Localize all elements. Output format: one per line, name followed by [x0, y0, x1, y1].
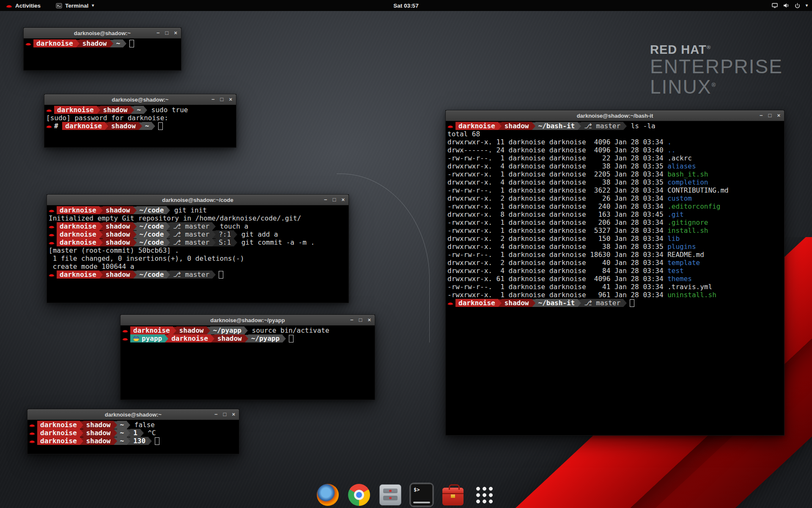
powerline-separator-icon [127, 437, 130, 445]
maximize-button[interactable]: □ [359, 315, 362, 325]
powerline-separator-icon [139, 122, 142, 130]
directory-name: custom [667, 194, 692, 202]
powerline-separator-icon [207, 327, 210, 334]
top-bar: Activities Terminal ▾ Sat 03:57 ▾ [0, 0, 812, 11]
powerline-separator-icon [99, 271, 103, 279]
minimize-button[interactable]: − [214, 409, 218, 420]
terminal-cursor [289, 335, 294, 342]
terminal-content[interactable]: darknoiseshadow~ sudo true[sudo] passwor… [44, 105, 236, 131]
window-titlebar[interactable]: darknoise@shadow:~/code − □ × [47, 195, 348, 205]
close-button[interactable]: × [174, 28, 177, 38]
terminal-line: drwxrwxr-x. 61 darknoise darknoise 4096 … [447, 275, 782, 283]
output-text: total 68 [447, 130, 480, 138]
minimize-button[interactable]: − [211, 94, 215, 105]
minimize-button[interactable]: − [324, 195, 327, 205]
minimize-button[interactable]: − [760, 110, 763, 121]
powerline-separator-icon [578, 299, 581, 307]
window-titlebar[interactable]: darknoise@shadow:~ − □ × [44, 94, 236, 105]
output-text: -rw-rw-r--. 1 darknoise darknoise 22 Jan… [447, 154, 692, 162]
git-branch-icon: ⎇ [173, 271, 185, 279]
prompt-segment-host: shadow [176, 326, 207, 334]
terminal-content[interactable]: darknoiseshadow~/code git initInitialize… [47, 205, 348, 279]
chrome-launcher[interactable] [347, 483, 371, 507]
prompt-segment-path: ~/bash-it [535, 299, 578, 307]
close-button[interactable]: × [229, 94, 232, 105]
output-text: -rw-rw-r--. 1 darknoise darknoise 41 Jan… [447, 283, 712, 291]
powerline-separator-icon [133, 239, 137, 246]
terminal-line: Initialized empty Git repository in /hom… [49, 214, 347, 222]
window-titlebar[interactable]: darknoise@shadow:~/pyapp − □ × [121, 315, 375, 326]
maximize-button[interactable]: □ [223, 409, 227, 420]
terminal-window: darknoise@shadow:~ − □ × darknoiseshadow… [27, 409, 239, 454]
terminal-content[interactable]: darknoiseshadow~/pyapp source bin/activa… [121, 326, 375, 343]
terminal-cursor [129, 40, 134, 47]
activities-button[interactable]: Activities [4, 0, 42, 11]
maximize-button[interactable]: □ [768, 110, 772, 121]
redhat-prompt-icon [25, 41, 32, 46]
powerline-separator-icon [244, 327, 248, 334]
powerline-separator-icon [532, 122, 535, 130]
git-branch-icon: ⎇ [173, 222, 185, 230]
redhat-prompt-icon [29, 430, 36, 436]
powerline-separator-icon [114, 421, 117, 429]
caret-down-icon: ▾ [92, 3, 94, 8]
prompt-segment-path: ~/pyapp [248, 334, 283, 342]
terminal-line: darknoiseshadow~/bash-it⎇ master [447, 299, 782, 307]
terminal-content[interactable]: darknoiseshadow~ [24, 39, 181, 48]
toolbox-launcher[interactable] [441, 483, 465, 507]
window-titlebar[interactable]: darknoise@shadow:~/bash-it − □ × [446, 110, 784, 121]
maximize-button[interactable]: □ [220, 94, 224, 105]
prompt-segment-user: darknoise [37, 421, 80, 429]
app-menu[interactable]: Terminal ▾ [54, 0, 96, 11]
window-titlebar[interactable]: darknoise@shadow:~ − □ × [27, 409, 239, 420]
maximize-button[interactable]: □ [165, 28, 169, 38]
window-title: darknoise@shadow:~ [27, 411, 239, 418]
prompt-segment-exit: 130 [130, 437, 148, 445]
powerline-separator-icon [99, 239, 103, 246]
clock[interactable]: Sat 03:57 [393, 0, 418, 11]
firefox-launcher[interactable] [315, 483, 340, 507]
minimize-button[interactable]: − [156, 28, 160, 38]
directory-name: lib [667, 235, 680, 243]
prompt-segment-user: darknoise [57, 230, 99, 238]
terminal-cursor [155, 437, 159, 445]
window-title: darknoise@shadow:~/bash-it [446, 113, 784, 119]
powerline-separator-icon [167, 239, 170, 246]
close-button[interactable]: × [232, 409, 235, 420]
terminal-window: darknoise@shadow:~/pyapp − □ × darknoise… [120, 315, 375, 400]
close-button[interactable]: × [341, 195, 345, 205]
minimize-button[interactable]: − [350, 315, 354, 325]
window-titlebar[interactable]: darknoise@shadow:~ − □ × [24, 28, 181, 39]
terminal-launcher[interactable] [409, 483, 434, 507]
app-grid-launcher[interactable] [472, 483, 497, 507]
window-title: darknoise@shadow:~/code [47, 197, 348, 203]
close-button[interactable]: × [777, 110, 780, 121]
terminal-content[interactable]: darknoiseshadow~/bash-it⎇ master ls -lat… [446, 121, 784, 308]
powerline-separator-icon [114, 437, 117, 445]
prompt-segment-user: darknoise [57, 271, 99, 279]
executable-name: bash_it.sh [667, 170, 708, 178]
terminal-line: create mode 100644 a [49, 262, 347, 271]
terminal-line: darknoiseshadow~130 [29, 437, 237, 445]
python-icon [133, 336, 139, 342]
redhat-prompt-icon [29, 422, 36, 428]
prompt-segment-path: ~/bash-it [535, 122, 578, 130]
powerline-separator-icon [133, 231, 137, 238]
command-text: source bin/activate [248, 326, 329, 334]
files-launcher[interactable] [378, 483, 403, 507]
powerline-separator-icon [173, 327, 176, 334]
prompt-segment-host: shadow [100, 106, 131, 114]
prompt-segment-path: ~/code [137, 271, 167, 279]
close-button[interactable]: × [368, 315, 371, 325]
maximize-button[interactable]: □ [333, 195, 336, 205]
directory-name: plugins [667, 243, 696, 251]
system-status-area[interactable]: ▾ [771, 0, 808, 11]
terminal-content[interactable]: darknoiseshadow~ falsedarknoiseshadow~1 … [27, 420, 239, 446]
git-branch-icon: ⎇ [584, 299, 596, 307]
prompt-segment-path: ~/code [137, 238, 167, 246]
prompt-segment-path: ~ [117, 437, 127, 445]
output-text: drwxrwxr-x. 11 darknoise darknoise 4096 … [447, 138, 667, 146]
prompt-segment-user: darknoise [455, 122, 498, 130]
output-text: create mode 100644 a [49, 262, 134, 271]
app-menu-label: Terminal [65, 3, 88, 9]
